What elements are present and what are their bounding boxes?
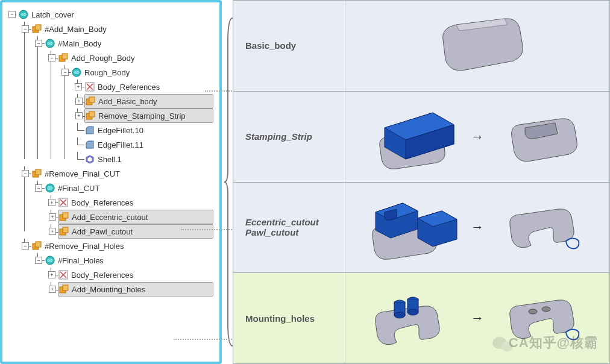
node-label: Remove_Stamping_Strip (98, 111, 186, 121)
shape-cutout-after (484, 194, 602, 260)
stage-title: Mounting_holes (245, 313, 345, 324)
node-label: Add_Pawl_cutout (72, 227, 133, 236)
tree-node-rough-body[interactable]: Rough_Body (71, 65, 216, 80)
node-label: #Final_CUT (58, 184, 99, 193)
feature-tree[interactable]: Latch_cover #Add_Main_Body (6, 7, 216, 297)
node-label: Body_References (71, 198, 133, 207)
tree-node-fillet10[interactable]: EdgeFillet.10 (84, 123, 216, 137)
tree-node-body-refs[interactable]: Body_References (84, 80, 216, 94)
node-label: #Main_Body (58, 39, 101, 48)
toggle-icon[interactable] (48, 271, 55, 278)
stage-cutouts: Eccentric_cutout Pawl_cutout (233, 183, 609, 274)
tree-node-add-mount[interactable]: Add_Mounting_holes (58, 282, 213, 297)
stages-panel: Basic_body Stamping_Strip (222, 0, 610, 364)
toggle-icon[interactable] (75, 112, 83, 119)
shape-cutout-before (353, 188, 471, 266)
body-op-icon (58, 226, 69, 237)
node-label: Body_References (71, 271, 133, 280)
tree-node-remove-final-holes[interactable]: #Remove_Final_Holes (31, 239, 216, 253)
node-label: Rough_Body (84, 68, 130, 77)
stage-basic-body: Basic_body (233, 1, 609, 92)
body-op-icon (58, 284, 69, 295)
shape-stamp-after (484, 104, 602, 170)
toggle-icon[interactable] (35, 40, 42, 47)
svg-rect-17 (63, 213, 68, 218)
tree-node-main-body[interactable]: #Main_Body (45, 36, 216, 51)
svg-rect-13 (36, 169, 41, 175)
tree-node-fillet11[interactable]: EdgeFillet.11 (84, 137, 216, 152)
body-op-icon (31, 24, 42, 34)
shape-holes-before (353, 282, 471, 354)
toggle-icon[interactable] (49, 286, 56, 293)
tree-node-add-main[interactable]: #Add_Main_Body (31, 22, 216, 36)
tree-node-final-cut[interactable]: #Final_CUT (45, 181, 216, 195)
toggle-icon[interactable] (22, 25, 29, 33)
node-label: Shell.1 (98, 155, 122, 164)
svg-rect-25 (63, 285, 68, 290)
node-label: #Remove_Final_CUT (45, 169, 120, 178)
fillet-icon (84, 139, 95, 150)
stage-title: Stamping_Strip (245, 131, 345, 142)
node-label: #Remove_Final_Holes (45, 242, 124, 251)
toggle-icon[interactable] (8, 11, 16, 18)
stage-visual: → (345, 92, 609, 182)
references-icon (58, 269, 69, 280)
tree-node-add-pawl[interactable]: Add_Pawl_cutout (58, 224, 213, 239)
body-op-icon (58, 52, 69, 63)
svg-point-32 (529, 309, 537, 314)
tree-node-add-basic[interactable]: Add_Basic_body (84, 94, 213, 108)
shape-basic-body (353, 13, 602, 79)
tree-node-add-rough[interactable]: Add_Rough_Body (58, 51, 216, 65)
shape-stamp-before (353, 101, 471, 173)
tree-node-body-refs3[interactable]: Body_References (58, 268, 216, 282)
stage-visual: → (345, 183, 609, 273)
svg-rect-2 (36, 25, 41, 30)
body-op-icon (31, 168, 42, 179)
connector-line (205, 90, 232, 92)
stage-visual: → (345, 273, 609, 363)
stage-label: Eccentric_cutout Pawl_cutout (233, 183, 345, 273)
node-label: Body_References (98, 83, 160, 92)
svg-rect-9 (89, 97, 95, 102)
part-icon (45, 183, 55, 193)
tree-node-body-refs2[interactable]: Body_References (58, 195, 216, 210)
stage-label: Basic_body (233, 1, 345, 91)
toggle-icon[interactable] (22, 242, 29, 249)
tree-node-shell1[interactable]: Shell.1 (84, 152, 216, 166)
node-label: EdgeFillet.10 (98, 126, 143, 135)
toggle-icon[interactable] (49, 213, 56, 221)
tree-node-final-holes[interactable]: #Final_Holes (45, 253, 216, 268)
body-op-icon (31, 240, 42, 251)
body-op-icon (85, 110, 96, 121)
node-label: #Add_Main_Body (45, 25, 107, 34)
arrow-icon: → (471, 219, 484, 235)
tree-node-root[interactable]: Latch_cover (18, 7, 216, 22)
toggle-icon[interactable] (35, 184, 42, 192)
tree-node-remove-stamp[interactable]: Remove_Stamping_Strip (84, 108, 213, 123)
stage-visual (345, 1, 609, 91)
toggle-icon[interactable] (48, 54, 55, 61)
stage-title: Basic_body (245, 40, 345, 51)
stage-title-a: Eccentric_cutout (245, 217, 345, 227)
node-label: Latch_cover (31, 10, 74, 19)
connector-line (174, 339, 232, 340)
node-label: Add_Mounting_holes (72, 285, 145, 294)
toggle-icon[interactable] (35, 257, 42, 264)
tree-node-add-ecc[interactable]: Add_Eccentric_cutout (58, 210, 213, 224)
toggle-icon[interactable] (49, 228, 56, 235)
node-label: Add_Eccentric_cutout (72, 213, 148, 222)
toggle-icon[interactable] (61, 69, 69, 76)
node-label: Add_Basic_body (98, 97, 157, 106)
toggle-icon[interactable] (75, 83, 82, 90)
part-icon (45, 255, 55, 266)
toggle-icon[interactable] (22, 170, 29, 177)
toggle-icon[interactable] (48, 199, 55, 206)
toggle-icon[interactable] (75, 98, 83, 105)
stage-stamping-strip: Stamping_Strip → (233, 92, 609, 183)
references-icon (84, 81, 95, 92)
wechat-icon (492, 335, 514, 353)
stage-title-b: Pawl_cutout (245, 227, 345, 237)
tree-node-remove-final-cut[interactable]: #Remove_Final_CUT (31, 166, 216, 181)
arrow-icon: → (471, 129, 484, 145)
svg-point-35 (501, 342, 513, 351)
